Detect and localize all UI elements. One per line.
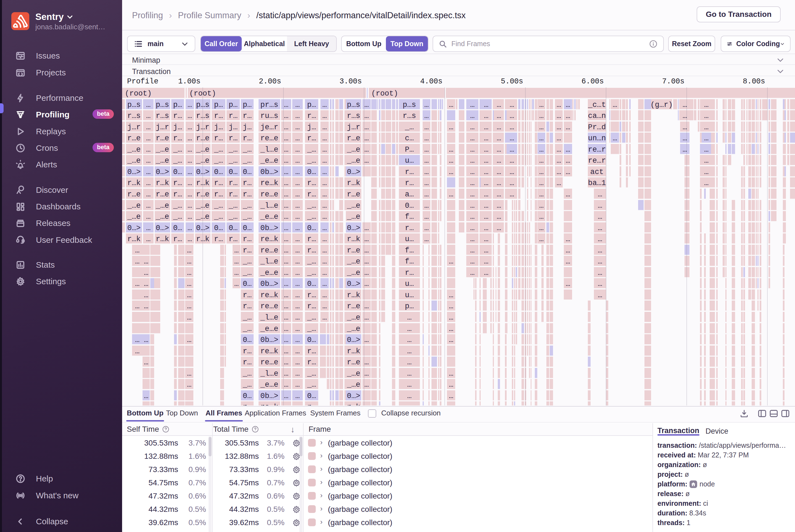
svg-text:r…: r… xyxy=(173,190,182,198)
svg-text:…: … xyxy=(510,101,514,109)
svg-text:…: … xyxy=(364,258,369,266)
svg-text:…: … xyxy=(364,302,369,310)
svg-text:…: … xyxy=(295,235,300,243)
svg-text:…: … xyxy=(295,358,300,366)
svg-text:…: … xyxy=(188,146,192,154)
svg-text:_…: _… xyxy=(214,202,223,210)
svg-text:…: … xyxy=(484,123,488,132)
svg-text:re…e: re…e xyxy=(261,358,279,366)
svg-text:r…: r… xyxy=(173,235,182,243)
svg-text:…: … xyxy=(135,280,139,288)
svg-text:…: … xyxy=(424,101,429,109)
svg-text:0…: 0… xyxy=(243,336,252,344)
svg-text:…: … xyxy=(284,314,288,322)
svg-text:…: … xyxy=(470,235,475,243)
svg-text:…: … xyxy=(566,190,570,198)
svg-text:…: … xyxy=(497,202,501,210)
svg-text:…: … xyxy=(322,168,327,176)
svg-text:r…k: r…k xyxy=(196,235,210,243)
svg-text:…: … xyxy=(704,146,708,154)
svg-text:…: … xyxy=(284,347,288,356)
svg-text:_…: _… xyxy=(307,269,316,277)
svg-text:…: … xyxy=(704,157,708,165)
svg-text:…: … xyxy=(449,291,453,300)
svg-text:_…: _… xyxy=(243,314,252,322)
svg-text:r…s: r…s xyxy=(196,112,210,120)
svg-text:…: … xyxy=(484,179,488,187)
svg-text:_…: _… xyxy=(307,325,316,333)
svg-text:…: … xyxy=(407,369,412,378)
svg-text:0…>: 0…> xyxy=(196,168,210,176)
svg-text:r…e: r…e xyxy=(196,190,210,198)
svg-text:…: … xyxy=(704,112,708,120)
svg-text:…: … xyxy=(284,213,288,221)
svg-text:_…: _… xyxy=(214,146,223,154)
svg-text:_…: _… xyxy=(243,258,252,266)
svg-text:0…: 0… xyxy=(307,224,316,232)
svg-text:…: … xyxy=(407,403,412,405)
svg-text:_…: _… xyxy=(307,146,316,154)
svg-text:…: … xyxy=(135,258,139,266)
svg-text:0…: 0… xyxy=(307,168,316,176)
svg-text:…: … xyxy=(322,280,327,288)
svg-text:r…: r… xyxy=(243,403,252,405)
svg-text:…: … xyxy=(284,134,288,142)
svg-text:p…s: p…s xyxy=(347,101,360,109)
svg-text:r…: r… xyxy=(405,179,414,187)
svg-text:…: … xyxy=(187,280,191,288)
svg-text:_…: _… xyxy=(307,258,316,266)
svg-text:…: … xyxy=(234,258,239,266)
svg-text:…: … xyxy=(295,381,300,389)
svg-text:…: … xyxy=(470,157,475,165)
svg-text:…: … xyxy=(484,202,488,210)
svg-text:…: … xyxy=(188,168,192,176)
svg-text:…: … xyxy=(146,235,151,243)
svg-text:re…r: re…r xyxy=(588,157,606,165)
svg-text:…: … xyxy=(144,269,148,277)
svg-text:…: … xyxy=(704,123,708,132)
svg-text:…: … xyxy=(470,213,475,221)
svg-text:r…: r… xyxy=(307,246,316,255)
svg-text:_c…t: _c…t xyxy=(588,101,606,109)
svg-text:…: … xyxy=(598,291,602,300)
svg-text:_…: _… xyxy=(173,146,182,154)
svg-text:…: … xyxy=(683,112,687,120)
svg-text:_e…e: _e…e xyxy=(260,325,279,333)
svg-text:…: … xyxy=(510,134,514,142)
svg-text:…: … xyxy=(497,213,501,221)
svg-text:0b…>: 0b…> xyxy=(261,168,279,176)
svg-text:r…: r… xyxy=(307,403,316,405)
svg-text:_…e: _…e xyxy=(155,157,169,165)
svg-text:…: … xyxy=(144,358,148,366)
svg-text:…: … xyxy=(449,157,453,165)
svg-text:…: … xyxy=(187,246,191,255)
svg-text:_…: _… xyxy=(228,213,238,221)
svg-text:…: … xyxy=(188,202,192,210)
svg-text:_…e: _…e xyxy=(347,146,360,154)
svg-text:…: … xyxy=(284,358,288,366)
svg-text:…: … xyxy=(613,134,617,142)
svg-text:…: … xyxy=(295,213,300,221)
svg-text:…: … xyxy=(484,146,488,154)
svg-text:r…: r… xyxy=(307,347,316,356)
svg-text:…: … xyxy=(187,336,191,344)
svg-text:_…: _… xyxy=(307,157,316,165)
svg-text:0b…>: 0b…> xyxy=(261,224,279,232)
svg-text:…: … xyxy=(539,213,544,221)
svg-text:…: … xyxy=(295,179,300,187)
svg-text:ru…s: ru…s xyxy=(261,112,279,120)
svg-text:…: … xyxy=(284,224,288,232)
svg-text:r…k: r…k xyxy=(347,291,360,300)
svg-text:…: … xyxy=(188,157,192,165)
svg-text:_…e: _…e xyxy=(347,213,360,221)
svg-text:r…: r… xyxy=(214,134,223,142)
svg-text:r…: r… xyxy=(173,134,182,142)
svg-text:…: … xyxy=(146,134,151,142)
svg-text:…: … xyxy=(484,235,488,243)
svg-text:…: … xyxy=(598,190,602,198)
svg-text:…: … xyxy=(187,381,191,389)
svg-text:…: … xyxy=(556,112,561,120)
svg-text:…: … xyxy=(484,213,488,221)
svg-text:_l…e: _l…e xyxy=(260,202,279,210)
svg-text:…: … xyxy=(470,258,475,266)
